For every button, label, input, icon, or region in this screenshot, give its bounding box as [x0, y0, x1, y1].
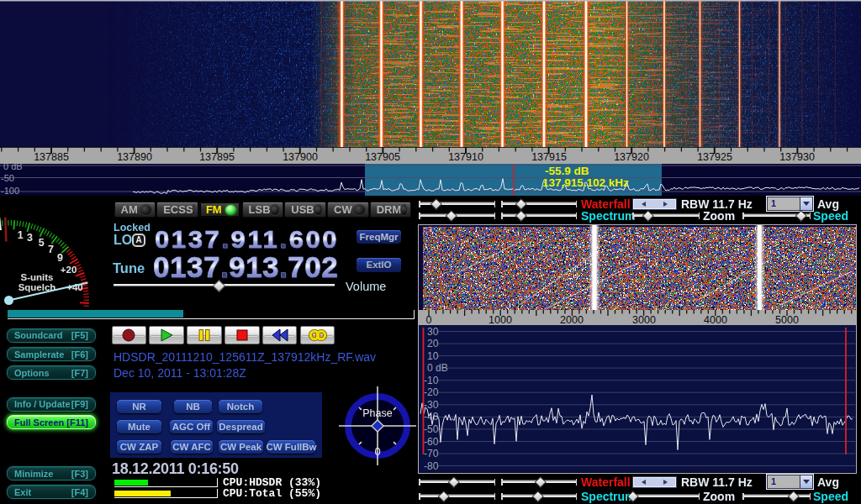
- svg-text:S-units: S-units: [21, 272, 54, 282]
- svg-text:2000: 2000: [560, 314, 584, 326]
- svg-text:0 dB: 0 dB: [3, 164, 23, 171]
- svg-text:1000: 1000: [489, 314, 512, 326]
- svg-text:0 dB: 0 dB: [427, 362, 448, 374]
- svg-text:-50: -50: [424, 423, 439, 435]
- svg-text:0: 0: [426, 314, 432, 326]
- svg-text:137895: 137895: [199, 151, 235, 163]
- svg-text:-30: -30: [424, 399, 439, 411]
- svg-text:30: 30: [427, 326, 439, 338]
- svg-text:Phase: Phase: [362, 407, 392, 419]
- svg-text:137,915.102 kHz: 137,915.102 kHz: [542, 176, 629, 189]
- svg-text:5000: 5000: [775, 314, 799, 326]
- svg-text:-100: -100: [1, 186, 19, 196]
- svg-text:-60: -60: [424, 436, 439, 448]
- svg-text:10: 10: [427, 350, 439, 362]
- svg-text:137925: 137925: [697, 151, 732, 163]
- svg-text:-70: -70: [424, 448, 439, 459]
- svg-text:0: 0: [374, 445, 380, 458]
- svg-text:-50: -50: [1, 173, 14, 183]
- svg-text:137910: 137910: [448, 151, 483, 163]
- svg-text:137900: 137900: [283, 151, 318, 163]
- svg-text:7: 7: [48, 244, 54, 255]
- svg-text:3: 3: [27, 232, 33, 244]
- svg-text:-80: -80: [424, 460, 439, 472]
- svg-text:+20: +20: [61, 265, 77, 275]
- svg-text:-10: -10: [424, 375, 439, 386]
- svg-text:137890: 137890: [117, 151, 152, 163]
- svg-text:1: 1: [18, 229, 24, 241]
- svg-text:20: 20: [427, 338, 439, 349]
- svg-text:4000: 4000: [704, 314, 727, 326]
- svg-text:5: 5: [39, 237, 45, 249]
- svg-text:3000: 3000: [632, 314, 656, 326]
- svg-text:137885: 137885: [34, 151, 69, 163]
- svg-text:-55.9 dB: -55.9 dB: [545, 165, 589, 177]
- svg-text:-20: -20: [424, 386, 439, 398]
- svg-text:137915: 137915: [531, 151, 567, 163]
- svg-text:137920: 137920: [614, 151, 649, 163]
- svg-text:137905: 137905: [365, 151, 400, 163]
- svg-text:137930: 137930: [779, 151, 815, 163]
- svg-text:9: 9: [57, 252, 63, 264]
